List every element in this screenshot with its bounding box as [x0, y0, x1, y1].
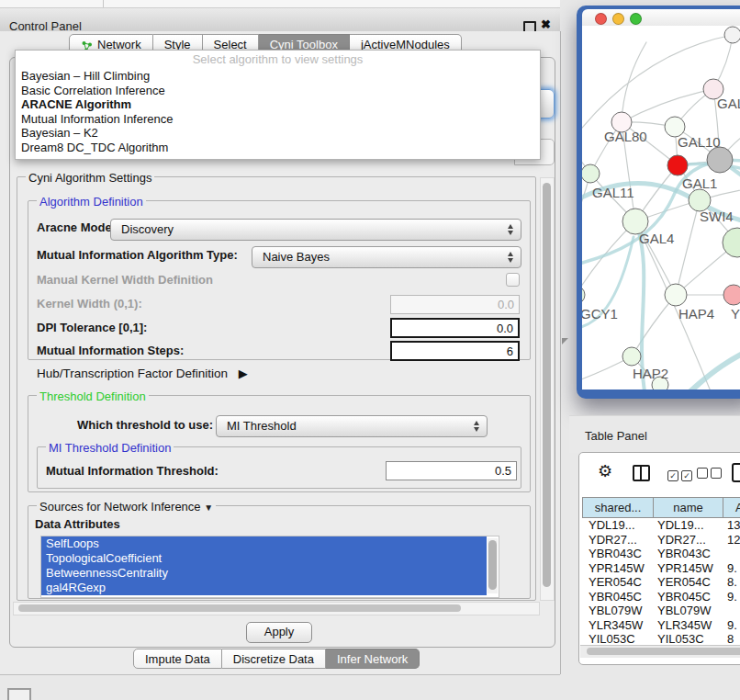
network-node-gal11[interactable] [582, 164, 600, 183]
mi-type-label: Mutual Information Algorithm Type: [37, 248, 238, 262]
hub-expander[interactable]: Hub/Transcription Factor Definition ▶ [37, 367, 248, 380]
control-panel-titlebar[interactable]: Control Panel ✖ [0, 7, 560, 32]
algorithm-option-mutual-information-inference[interactable]: Mutual Information Inference [16, 112, 540, 127]
table-cell: 8. [723, 575, 740, 590]
table-row[interactable]: YBR043CYBR043C [582, 547, 740, 561]
checked-box-icon: ✓ [667, 470, 678, 481]
bottom-tab-impute-data[interactable]: Impute Data [133, 649, 222, 669]
bottom-tab-discretize-data[interactable]: Discretize Data [222, 649, 326, 669]
bottom-tab-infer-network[interactable]: Infer Network [326, 649, 420, 669]
table-hscroll-thumb[interactable] [587, 648, 740, 655]
kernel-width-field[interactable]: 0.0 [390, 295, 520, 314]
gear-icon[interactable]: ⚙ [598, 461, 612, 481]
list-scrollbar-thumb[interactable] [488, 540, 497, 590]
expand-right-icon: ▶ [239, 367, 248, 380]
table-rows: YDL19...YDL19...13YDR27...YDR27...12YBR0… [582, 518, 740, 645]
sources-legend[interactable]: Sources for Network Inference ▼ [37, 500, 216, 514]
data-attribute-item[interactable]: TopologicalCoefficient [41, 551, 487, 566]
mac-zoom-button[interactable] [630, 13, 642, 25]
data-attributes-list[interactable]: SelfLoopsTopologicalCoefficientBetweenne… [40, 536, 499, 598]
table-row[interactable]: YER054CYER054C8. [582, 575, 740, 590]
network-tab-icon [81, 39, 93, 51]
table-cell: YIL053C [582, 632, 653, 645]
data-attribute-item[interactable]: gal4RGexp [41, 581, 487, 595]
table-row[interactable]: YDR27...YDR27...12 [582, 533, 740, 548]
network-edge [676, 200, 700, 295]
algorithm-option-dream8-dc-tdc-algorithm[interactable]: Dream8 DC_TDC Algorithm [16, 141, 540, 155]
network-node-gal1[interactable] [667, 155, 688, 175]
close-panel-icon[interactable]: ✖ [541, 17, 551, 31]
bottom-tabs: Impute DataDiscretize DataInfer Network [133, 649, 420, 669]
algorithm-option-aracne-algorithm[interactable]: ARACNE Algorithm [16, 97, 540, 112]
network-node-gcy1[interactable] [582, 286, 585, 304]
column-header-a[interactable]: A [723, 497, 740, 518]
minimized-panel-icon[interactable] [7, 688, 31, 700]
table-cell: YIL053C [653, 632, 723, 645]
mi-algorithm-type-combobox[interactable]: Naive Bayes [252, 246, 521, 268]
node-label-gal10: GAL10 [678, 134, 721, 150]
table-mode-icon[interactable] [732, 463, 740, 482]
table-cell: 9. [723, 618, 740, 633]
aracne-mode-combobox[interactable]: Discovery [110, 219, 521, 241]
table-cell: 9. [723, 590, 740, 604]
table-horizontal-scrollbar[interactable] [580, 645, 740, 658]
network-canvas[interactable]: GALGAL80GAL10GAL1GAL11SWI4GAL4GCY1HAP4YH… [582, 26, 740, 390]
apply-button[interactable]: Apply [246, 622, 312, 643]
table-row[interactable]: YBR045CYBR045C9. [582, 590, 740, 604]
deselect-all-columns-icon[interactable] [697, 466, 724, 482]
mi-steps-label: Mutual Information Steps: [37, 344, 184, 357]
dropdown-placeholder: Select algorithm to view settings [16, 52, 540, 66]
mi-threshold-definition-legend: MI Threshold Definition [46, 441, 174, 455]
network-window-titlebar[interactable] [582, 9, 740, 27]
node-label-gal: GAL [717, 96, 740, 111]
data-attribute-item[interactable]: SelfLoops [41, 536, 487, 551]
table-panel-titlebar[interactable]: Table Panel [569, 415, 740, 453]
settings-vscroll-thumb[interactable] [543, 183, 551, 587]
manual-kernel-checkbox[interactable] [506, 273, 520, 287]
columns-icon[interactable] [633, 465, 650, 481]
data-attributes-label: Data Attributes [35, 517, 120, 531]
table-cell: 9. [723, 561, 740, 576]
settings-hscroll-thumb[interactable] [18, 604, 461, 612]
settings-horizontal-scrollbar[interactable] [13, 602, 540, 615]
network-view-window[interactable]: GALGAL80GAL10GAL1GAL11SWI4GAL4GCY1HAP4YH… [577, 6, 740, 399]
table-row[interactable]: YPR145WYPR145W9. [582, 561, 740, 576]
network-node-hap4[interactable] [665, 284, 687, 306]
table-cell: YBR043C [582, 547, 653, 561]
network-node-hap2[interactable] [622, 347, 641, 366]
list-scrollbar[interactable] [488, 538, 498, 593]
dropdown-options: Bayesian – Hill ClimbingBasic Correlatio… [16, 69, 540, 155]
panel-resize-handle[interactable] [562, 338, 568, 344]
unchecked-box-icon [711, 468, 722, 479]
which-threshold-combobox[interactable]: MI Threshold [216, 415, 488, 437]
algorithm-option-basic-correlation-inference[interactable]: Basic Correlation Inference [16, 84, 540, 98]
column-header-shared-[interactable]: shared... [582, 497, 654, 518]
table-row[interactable]: YLR345WYLR345W9. [582, 618, 740, 633]
threshold-definition-legend: Threshold Definition [37, 390, 149, 403]
mi-threshold-field[interactable]: 0.5 [386, 461, 517, 480]
mac-minimize-button[interactable] [612, 13, 624, 25]
table-cell: YBL079W [582, 604, 653, 618]
which-threshold-value: MI Threshold [227, 419, 297, 433]
algorithm-option-bayesian-hill-climbing[interactable]: Bayesian – Hill Climbing [16, 69, 540, 84]
column-header-name[interactable]: name [654, 497, 723, 518]
table-cell: YLR345W [582, 618, 653, 633]
table-row[interactable]: YIL053CYIL053C8 [582, 632, 740, 645]
data-attribute-item[interactable]: BetweennessCentrality [41, 566, 487, 581]
mi-steps-field[interactable]: 6 [390, 341, 520, 361]
network-node-y[interactable] [723, 285, 740, 305]
select-all-columns-icon[interactable]: ✓✓ [667, 466, 695, 482]
which-threshold-label: Which threshold to use: [77, 418, 213, 432]
expand-down-icon: ▼ [204, 502, 213, 513]
table-row[interactable]: YBL079WYBL079W [582, 604, 740, 618]
network-node[interactable] [707, 147, 733, 173]
algorithm-option-bayesian-k2[interactable]: Bayesian – K2 [16, 126, 540, 141]
table-cell: YDL19... [653, 518, 723, 533]
network-node[interactable] [724, 27, 740, 43]
dpi-tolerance-field[interactable]: 0.0 [390, 318, 520, 338]
settings-vertical-scrollbar[interactable] [540, 177, 555, 601]
network-graph: GALGAL80GAL10GAL1GAL11SWI4GAL4GCY1HAP4YH… [582, 26, 740, 390]
network-edge [622, 89, 713, 122]
table-row[interactable]: YDL19...YDL19...13 [582, 518, 740, 533]
mac-close-button[interactable] [595, 13, 607, 25]
